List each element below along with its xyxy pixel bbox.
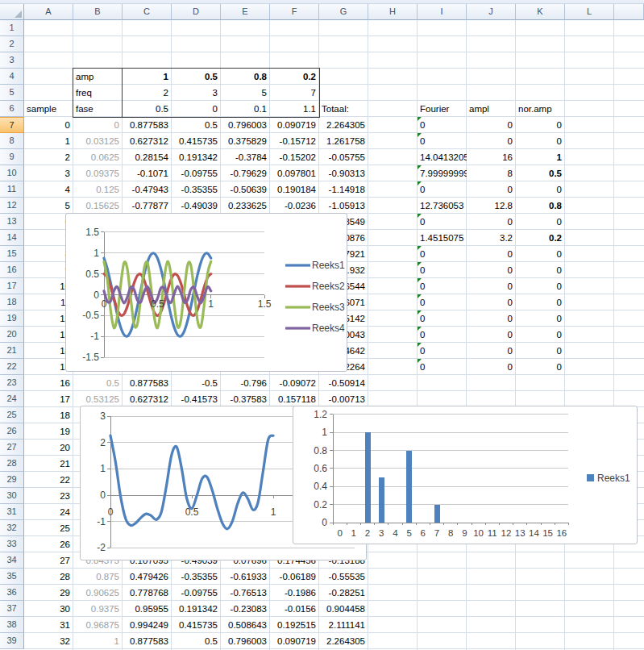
cell-C5[interactable]: 2	[123, 85, 172, 101]
cell-J22[interactable]: 0	[467, 359, 516, 375]
cell-C36[interactable]: 0.778768	[123, 585, 172, 601]
row-header-39[interactable]: 39	[0, 633, 24, 649]
cell-D6[interactable]: 0	[172, 101, 221, 117]
cell-D10[interactable]: -0.09755	[172, 165, 221, 181]
row-header-34[interactable]: 34	[0, 552, 24, 569]
cell-K15[interactable]: 0	[516, 246, 565, 262]
chart-fourier-bars[interactable]: 00.20.40.60.811.201234567891011121314151…	[293, 406, 638, 544]
row-header-10[interactable]: 10	[0, 165, 24, 181]
cell-A8[interactable]: 1	[24, 133, 73, 149]
cell-F36[interactable]: -0.1986	[270, 585, 319, 601]
cell-I10[interactable]: 7.99999999	[418, 165, 467, 181]
cell-C39[interactable]: 0.877583	[123, 633, 172, 649]
cell-I15[interactable]: 0	[418, 246, 467, 262]
cell-D4[interactable]: 0.5	[172, 69, 221, 85]
cell-I14[interactable]: 1.4515075	[418, 230, 467, 246]
column-header-K[interactable]: K	[516, 4, 565, 20]
cell-J21[interactable]: 0	[467, 343, 516, 359]
cell-F9[interactable]: -0.15202	[270, 149, 319, 165]
row-header-14[interactable]: 14	[0, 230, 24, 246]
cell-K21[interactable]: 0	[516, 343, 565, 359]
row-header-29[interactable]: 29	[0, 472, 24, 488]
cell-F11[interactable]: 0.190184	[270, 181, 319, 198]
cell-K11[interactable]: 0	[516, 181, 565, 198]
row-header-21[interactable]: 21	[0, 343, 24, 359]
cell-I7[interactable]: 0	[418, 117, 467, 133]
cell-I9[interactable]: 14.0413205	[418, 149, 467, 165]
cell-C23[interactable]: 0.877583	[123, 375, 172, 391]
cell-B38[interactable]: 0.96875	[73, 617, 123, 633]
cell-K16[interactable]: 0	[516, 262, 565, 278]
cell-C7[interactable]: 0.877583	[123, 117, 172, 133]
cell-A25[interactable]: 18	[24, 407, 73, 423]
cell-C10[interactable]: -0.1071	[123, 165, 172, 181]
cell-A39[interactable]: 32	[24, 633, 73, 649]
row-header-13[interactable]: 13	[0, 214, 24, 230]
row-header-33[interactable]: 33	[0, 536, 24, 552]
row-header-15[interactable]: 15	[0, 246, 24, 262]
cell-B4[interactable]: amp	[73, 69, 123, 85]
cell-J11[interactable]: 0	[467, 181, 516, 198]
column-header-I[interactable]: I	[418, 4, 467, 20]
cell-K8[interactable]: 0	[516, 133, 565, 149]
cell-A29[interactable]: 22	[24, 472, 73, 488]
cell-J19[interactable]: 0	[467, 310, 516, 327]
cell-D24[interactable]: -0.41573	[172, 391, 221, 407]
cell-A35[interactable]: 28	[24, 569, 73, 585]
cell-A11[interactable]: 4	[24, 181, 73, 198]
cell-A7[interactable]: 0	[24, 117, 73, 133]
cell-B12[interactable]: 0.15625	[73, 198, 123, 214]
row-header-27[interactable]: 27	[0, 440, 24, 456]
cell-K12[interactable]: 0.8	[516, 198, 565, 214]
cell-B36[interactable]: 0.90625	[73, 585, 123, 601]
cell-A12[interactable]: 5	[24, 198, 73, 214]
cell-I21[interactable]: 0	[418, 343, 467, 359]
cell-I13[interactable]: 0	[418, 214, 467, 230]
cell-J6[interactable]: ampl	[467, 101, 516, 117]
cell-F6[interactable]: 1.1	[270, 101, 319, 117]
column-header-partial[interactable]	[614, 4, 644, 20]
cell-A23[interactable]: 16	[24, 375, 73, 391]
cell-G6[interactable]: Totaal:	[319, 101, 368, 117]
cell-E10[interactable]: -0.79629	[221, 165, 270, 181]
cell-A26[interactable]: 19	[24, 423, 73, 440]
chart-series-lines[interactable]: 1.510.50-0.5-1-1.500.511.5Reeks1Reeks2Re…	[65, 213, 347, 372]
cell-K10[interactable]: 0.5	[516, 165, 565, 181]
cell-G23[interactable]: -0.50914	[319, 375, 368, 391]
cell-F37[interactable]: -0.0156	[270, 601, 319, 617]
cell-C4[interactable]: 1	[123, 69, 172, 85]
cell-B37[interactable]: 0.9375	[73, 601, 123, 617]
cell-J14[interactable]: 3.2	[467, 230, 516, 246]
cell-A27[interactable]: 20	[24, 440, 73, 456]
row-header-11[interactable]: 11	[0, 181, 24, 198]
cell-B5[interactable]: freq	[73, 85, 123, 101]
cell-D23[interactable]: -0.5	[172, 375, 221, 391]
column-header-F[interactable]: F	[270, 4, 319, 20]
cell-F23[interactable]: -0.09072	[270, 375, 319, 391]
cell-F7[interactable]: 0.090719	[270, 117, 319, 133]
cell-F38[interactable]: 0.192515	[270, 617, 319, 633]
cell-C6[interactable]: 0.5	[123, 101, 172, 117]
row-header-22[interactable]: 22	[0, 359, 24, 375]
cell-K20[interactable]: 0	[516, 327, 565, 343]
row-header-19[interactable]: 19	[0, 310, 24, 327]
cell-J20[interactable]: 0	[467, 327, 516, 343]
row-header-16[interactable]: 16	[0, 262, 24, 278]
cell-G9[interactable]: -0.05755	[319, 149, 368, 165]
cell-G24[interactable]: -0.00713	[319, 391, 368, 407]
cell-F35[interactable]: -0.06189	[270, 569, 319, 585]
row-header-4[interactable]: 4	[0, 69, 24, 85]
cell-C12[interactable]: -0.77877	[123, 198, 172, 214]
cell-J18[interactable]: 0	[467, 294, 516, 310]
cell-D5[interactable]: 3	[172, 85, 221, 101]
cell-A28[interactable]: 21	[24, 456, 73, 472]
row-header-18[interactable]: 18	[0, 294, 24, 310]
cell-G10[interactable]: -0.90313	[319, 165, 368, 181]
column-header-B[interactable]: B	[73, 4, 123, 20]
cell-E12[interactable]: 0.233625	[221, 198, 270, 214]
cell-C37[interactable]: 0.95955	[123, 601, 172, 617]
cell-B24[interactable]: 0.53125	[73, 391, 123, 407]
cell-C9[interactable]: 0.28154	[123, 149, 172, 165]
cell-E4[interactable]: 0.8	[221, 69, 270, 85]
column-header-G[interactable]: G	[319, 4, 368, 20]
